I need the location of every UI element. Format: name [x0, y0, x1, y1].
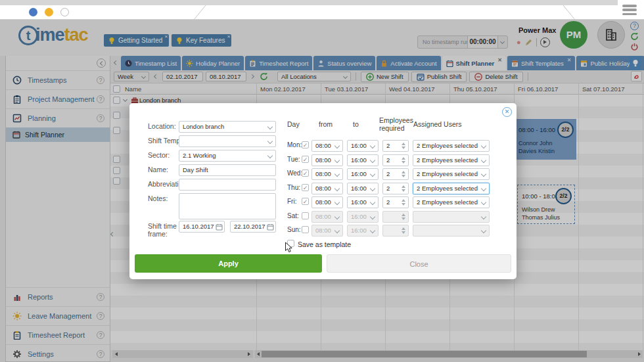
required-stepper[interactable]: 2 [382, 196, 409, 208]
assigned-users-select-disabled [413, 225, 490, 237]
to-select[interactable]: 16:00 [347, 140, 379, 152]
day-checkbox-checked[interactable] [302, 198, 309, 205]
from-select[interactable]: 08:00 [311, 168, 343, 180]
required-value: 2 [386, 198, 390, 206]
day-checkbox-checked[interactable] [302, 141, 309, 148]
day-row-thu: Thu: 08:00 16:00 2 2 Employees selected [129, 183, 517, 194]
assigned-users-select[interactable]: 2 Employees selected [413, 140, 490, 152]
to-value: 16:00 [351, 213, 367, 220]
from-value: 08:00 [315, 185, 331, 192]
location-value: London branch [183, 123, 224, 130]
spin-up-icon [402, 227, 405, 230]
to-value: 16:00 [351, 142, 367, 149]
from-select-disabled: 08:00 [311, 211, 343, 223]
day-label: Thu: [287, 184, 300, 191]
to-select-disabled: 16:00 [347, 211, 379, 223]
spin-up-icon[interactable] [402, 143, 405, 145]
required-stepper[interactable]: 2 [382, 168, 409, 180]
spin-down-icon[interactable] [402, 203, 405, 206]
from-select[interactable]: 08:00 [311, 183, 343, 194]
location-select[interactable]: London branch [179, 121, 276, 133]
save-as-template-label: Save as template [298, 240, 351, 248]
day-checkbox-checked[interactable] [302, 156, 309, 163]
required-value: 2 [386, 185, 390, 192]
browser-tab-outline [184, 0, 585, 20]
assigned-users-select[interactable]: 2 Employees selected [413, 196, 490, 208]
assigned-value: 2 Employees selected [417, 170, 478, 177]
day-checkbox-checked[interactable] [302, 170, 309, 177]
day-row-sat: Sat: 08:00 16:00 [129, 211, 517, 222]
header-employees-required: required [379, 124, 405, 132]
from-value: 08:00 [315, 142, 331, 149]
assigned-value: 2 Employees selected [417, 142, 478, 149]
from-select[interactable]: 08:00 [311, 140, 343, 152]
spin-up-icon[interactable] [402, 185, 405, 188]
required-stepper-disabled [382, 211, 409, 223]
required-stepper-disabled [382, 225, 409, 237]
to-select[interactable]: 16:00 [347, 168, 379, 180]
day-checkbox-unchecked[interactable] [302, 212, 309, 219]
close-button[interactable]: Close [327, 254, 511, 273]
day-row-wed: Wed: 08:00 16:00 2 2 Employees selected [129, 168, 517, 179]
assigned-value: 2 Employees selected [417, 185, 478, 192]
hamburger-menu-icon[interactable] [620, 3, 639, 16]
day-checkbox-unchecked[interactable] [302, 226, 309, 233]
header-assigned-users: Assigned Users [413, 120, 462, 128]
day-label: Wed: [287, 170, 302, 177]
day-label: Mon: [287, 141, 302, 148]
browser-chrome [0, 0, 644, 20]
spin-down-icon [402, 217, 405, 220]
day-label: Sun: [287, 226, 301, 233]
day-label: Sat: [287, 212, 299, 219]
spin-down-icon[interactable] [402, 147, 405, 149]
mouse-cursor [285, 242, 293, 254]
required-value: 2 [386, 142, 390, 149]
to-value: 16:00 [351, 198, 367, 206]
required-stepper[interactable]: 2 [382, 183, 409, 194]
to-select[interactable]: 16:00 [347, 183, 379, 194]
required-value: 2 [386, 170, 390, 177]
spin-down-icon[interactable] [402, 161, 405, 164]
required-stepper[interactable]: 2 [382, 154, 409, 166]
day-checkbox-checked[interactable] [302, 184, 309, 191]
spin-up-icon[interactable] [402, 157, 405, 160]
window-dot-white-icon[interactable] [60, 8, 69, 16]
assigned-users-select[interactable]: 2 Employees selected [413, 154, 490, 166]
dialog-close-icon[interactable]: ✕ [502, 107, 512, 117]
apply-button[interactable]: Apply [135, 254, 322, 273]
assigned-users-select-focused[interactable]: 2 Employees selected [413, 183, 490, 194]
to-value: 16:00 [351, 170, 367, 177]
from-value: 08:00 [315, 170, 331, 177]
location-label: Location: [148, 122, 176, 130]
header-employees-required: Employees [379, 116, 413, 124]
day-row-fri: Fri: 08:00 16:00 2 2 Employees selected [129, 196, 517, 208]
required-stepper[interactable]: 2 [382, 140, 409, 152]
day-row-tue: Tue: 08:00 16:00 2 2 Employees selected [129, 154, 517, 166]
spin-up-icon[interactable] [402, 171, 405, 173]
to-value: 16:00 [351, 156, 367, 164]
from-value: 08:00 [315, 227, 331, 234]
spin-down-icon[interactable] [402, 189, 405, 192]
spin-down-icon [402, 231, 405, 234]
window-dot-blue-icon[interactable] [29, 8, 37, 16]
spin-down-icon[interactable] [402, 175, 405, 177]
to-select[interactable]: 16:00 [347, 196, 379, 208]
from-select[interactable]: 08:00 [311, 196, 343, 208]
header-to: to [353, 120, 359, 128]
day-row-mon: Mon: 08:00 16:00 2 2 Employees selected [129, 140, 517, 151]
to-select[interactable]: 16:00 [347, 154, 379, 166]
header-day: Day [287, 120, 300, 128]
day-row-sun: Sun: 08:00 16:00 [129, 225, 517, 236]
timetac-app: timetac Getting Started × Key Features ×… [0, 0, 644, 362]
required-value: 2 [386, 156, 390, 164]
day-label: Tue: [287, 156, 300, 163]
from-select[interactable]: 08:00 [311, 154, 343, 166]
header-from: from [319, 120, 333, 128]
assigned-users-select[interactable]: 2 Employees selected [413, 168, 490, 180]
assigned-value: 2 Employees selected [417, 156, 478, 164]
from-value: 08:00 [315, 156, 331, 164]
from-value: 08:00 [315, 213, 331, 220]
spin-up-icon[interactable] [402, 199, 405, 202]
window-dot-yellow-icon[interactable] [45, 8, 53, 16]
shift-dialog: ✕ Location: London branch Shift Template… [129, 103, 517, 279]
